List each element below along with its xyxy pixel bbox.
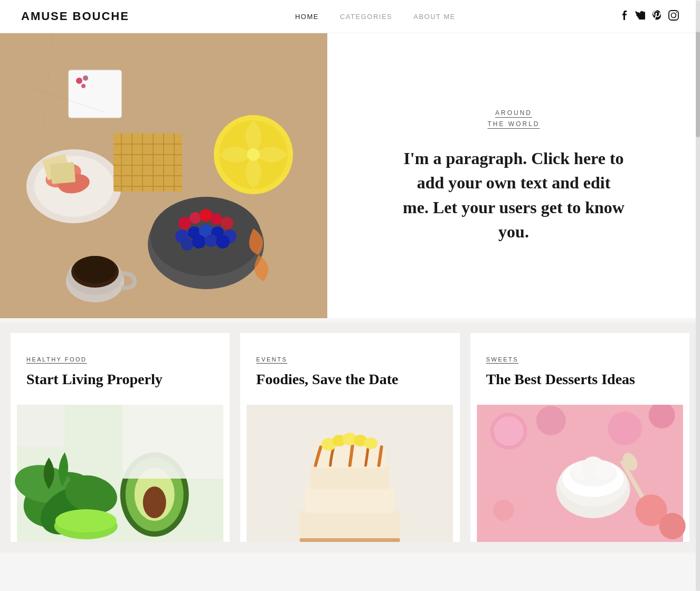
card-3-content: SWEETS The Best Desserts Ideas [470,333,689,405]
svg-point-49 [74,256,116,283]
card-3-category[interactable]: SWEETS [486,356,518,363]
hero-section: AROUND THE WORLD I'm a paragraph. Click … [0,33,700,318]
instagram-icon[interactable] [668,10,679,23]
svg-point-44 [205,234,217,247]
card-sweets: SWEETS The Best Desserts Ideas [470,333,689,542]
svg-point-6 [76,78,82,84]
nav-categories[interactable]: CATEGORIES [340,13,392,21]
svg-point-43 [192,235,206,249]
svg-rect-14 [50,162,75,184]
card-3-title[interactable]: The Best Desserts Ideas [486,370,674,389]
svg-point-29 [247,148,260,161]
svg-point-2 [676,12,677,13]
hero-category[interactable]: AROUND THE WORLD [488,108,540,130]
main-nav: HOME CATEGORIES ABOUT ME [295,13,456,21]
social-icons [621,10,679,23]
svg-point-42 [181,238,194,251]
svg-point-63 [55,509,117,532]
svg-point-36 [221,217,233,230]
site-header: AMUSE BOUCHE HOME CATEGORIES ABOUT ME [0,0,700,33]
svg-rect-15 [113,134,182,192]
card-3-image [470,405,689,542]
facebook-icon[interactable] [621,10,627,23]
svg-point-81 [494,416,523,446]
nav-home[interactable]: HOME [295,13,319,21]
hero-text-panel: AROUND THE WORLD I'm a paragraph. Click … [327,33,700,318]
card-1-category[interactable]: HEALTHY FOOD [26,356,87,363]
svg-rect-5 [69,70,121,118]
hero-image [0,33,327,318]
card-2-image [240,405,459,542]
svg-point-96 [493,500,514,521]
svg-point-95 [659,513,685,539]
svg-point-61 [143,487,166,518]
svg-rect-77 [300,538,400,542]
svg-point-82 [536,406,565,435]
svg-rect-68 [300,510,400,539]
card-2-content: EVENTS Foodies, Save the Date [240,333,459,405]
card-events: EVENTS Foodies, Save the Date [240,333,459,542]
svg-point-34 [200,209,212,222]
svg-rect-0 [669,11,678,20]
svg-rect-69 [305,487,395,513]
scrollbar[interactable] [696,0,700,552]
svg-point-32 [178,217,191,230]
svg-rect-70 [310,465,390,489]
svg-rect-64 [123,405,223,479]
hero-paragraph[interactable]: I'm a paragraph. Click here to add your … [403,146,625,244]
card-2-category[interactable]: EVENTS [256,356,287,363]
cards-section: HEALTHY FOOD Start Living Properly [0,322,700,552]
card-healthy-food: HEALTHY FOOD Start Living Properly [11,333,230,542]
scrollbar-thumb[interactable] [696,32,700,137]
card-1-content: HEALTHY FOOD Start Living Properly [11,333,230,405]
nav-about-me[interactable]: ABOUT ME [413,13,456,21]
svg-point-76 [364,437,378,449]
pinterest-icon[interactable] [652,10,661,23]
svg-point-7 [83,75,88,81]
twitter-icon[interactable] [635,11,645,22]
card-2-title[interactable]: Foodies, Save the Date [256,370,443,389]
svg-point-1 [671,13,676,17]
svg-rect-65 [17,405,65,447]
svg-point-8 [81,84,86,88]
svg-point-45 [216,235,230,249]
card-1-title[interactable]: Start Living Properly [26,370,214,389]
svg-point-91 [594,461,613,480]
svg-point-33 [190,212,201,224]
svg-point-35 [211,213,222,225]
site-title[interactable]: AMUSE BOUCHE [21,9,129,23]
svg-point-83 [608,412,641,445]
card-1-image [11,405,230,542]
